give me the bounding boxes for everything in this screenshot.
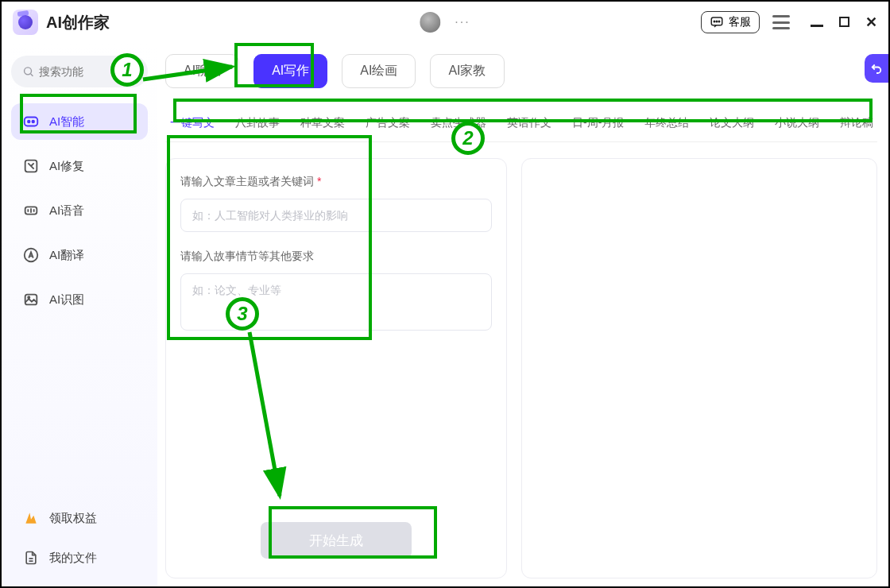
search-box[interactable] bbox=[11, 56, 148, 87]
menu-icon[interactable] bbox=[772, 15, 790, 29]
sidebar-item-label: AI语音 bbox=[49, 203, 84, 219]
svg-point-3 bbox=[718, 21, 720, 22]
file-icon bbox=[22, 550, 40, 566]
subtab-year-summary[interactable]: 年终总结 bbox=[644, 116, 689, 138]
translate-icon bbox=[22, 246, 40, 264]
titlebar: AI创作家 ··· 客服 ✕ bbox=[2, 2, 888, 43]
sidebar-item-ai-repair[interactable]: AI修复 bbox=[11, 148, 148, 184]
tab-ai-tutor[interactable]: AI家教 bbox=[430, 54, 504, 88]
tab-ai-writing[interactable]: AI写作 bbox=[253, 54, 327, 88]
subtab-gossip-story[interactable]: 八卦故事 bbox=[235, 116, 280, 138]
customer-service-label: 客服 bbox=[729, 15, 751, 29]
generate-button[interactable]: 开始生成 bbox=[261, 522, 412, 559]
input-form-panel: 请输入文章主题或者关键词 * 请输入故事情节等其他要求 开始生成 bbox=[165, 158, 507, 578]
sidebar-item-my-files[interactable]: 我的文件 bbox=[11, 542, 148, 574]
avatar[interactable] bbox=[420, 12, 440, 33]
svg-point-12 bbox=[28, 296, 29, 298]
sub-tab-row: 一键写文 八卦故事 种草文案 广告文案 卖点生成器 英语作文 日-周-月报 年终… bbox=[165, 112, 877, 142]
sidebar-item-label: AI翻译 bbox=[49, 248, 84, 263]
svg-point-7 bbox=[32, 121, 34, 123]
window-close-button[interactable]: ✕ bbox=[865, 14, 877, 31]
subtab-debate[interactable]: 辩论稿 bbox=[840, 116, 873, 138]
window-minimize-button[interactable] bbox=[811, 14, 823, 31]
benefit-icon bbox=[22, 510, 40, 526]
tab-ai-drawing[interactable]: AI绘画 bbox=[342, 54, 416, 88]
app-logo-icon bbox=[13, 10, 38, 35]
subtab-english-essay[interactable]: 英语作文 bbox=[507, 116, 551, 138]
extra-label: 请输入故事情节等其他要求 bbox=[180, 250, 492, 264]
undo-icon bbox=[869, 61, 884, 75]
svg-point-1 bbox=[714, 21, 715, 22]
sidebar-item-ai-translate[interactable]: AI翻译 bbox=[11, 237, 148, 273]
search-input[interactable] bbox=[39, 65, 137, 78]
chat-icon bbox=[710, 15, 724, 29]
sidebar-item-ai-image[interactable]: AI识图 bbox=[11, 281, 148, 318]
app-title: AI创作家 bbox=[46, 12, 110, 33]
history-back-button[interactable] bbox=[865, 54, 888, 83]
main: AI聊天 AI写作 AI绘画 AI家教 一键写文 八卦故事 种草文案 广告文案 … bbox=[157, 43, 888, 586]
svg-rect-5 bbox=[25, 118, 38, 126]
sidebar-item-ai-voice[interactable]: AI语音 bbox=[11, 192, 148, 229]
sidebar-item-label: 领取权益 bbox=[49, 511, 97, 526]
tab-ai-chat[interactable]: AI聊天 bbox=[165, 54, 239, 88]
topic-label: 请输入文章主题或者关键词 * bbox=[180, 175, 492, 189]
svg-point-2 bbox=[716, 21, 718, 22]
subtab-report[interactable]: 日-周-月报 bbox=[572, 116, 624, 138]
subtab-one-click[interactable]: 一键写文 bbox=[170, 116, 215, 138]
svg-point-4 bbox=[25, 68, 32, 75]
nav-list: AI智能 AI修复 AI语音 AI翻译 bbox=[11, 103, 148, 318]
sidebar-item-label: AI识图 bbox=[49, 292, 84, 308]
svg-point-6 bbox=[28, 121, 30, 123]
sidebar-item-label: AI智能 bbox=[49, 114, 84, 130]
subtab-ad-copy[interactable]: 广告文案 bbox=[366, 116, 410, 138]
voice-icon bbox=[22, 202, 40, 219]
sidebar-item-ai-smart[interactable]: AI智能 bbox=[11, 103, 148, 140]
more-icon[interactable]: ··· bbox=[455, 15, 470, 29]
window-maximize-button[interactable] bbox=[839, 14, 849, 31]
repair-icon bbox=[22, 157, 40, 175]
sidebar-item-label: 我的文件 bbox=[49, 551, 97, 566]
svg-rect-11 bbox=[25, 295, 37, 305]
sidebar-item-benefits[interactable]: 领取权益 bbox=[11, 502, 148, 534]
required-asterisk: * bbox=[317, 175, 321, 188]
subtab-planting-copy[interactable]: 种草文案 bbox=[300, 116, 345, 138]
image-icon bbox=[22, 291, 40, 308]
output-panel bbox=[521, 158, 877, 578]
sidebar-item-label: AI修复 bbox=[49, 159, 84, 174]
top-tab-row: AI聊天 AI写作 AI绘画 AI家教 bbox=[165, 54, 877, 88]
customer-service-button[interactable]: 客服 bbox=[701, 11, 760, 33]
subtab-novel-outline[interactable]: 小说大纲 bbox=[775, 116, 819, 138]
topic-input[interactable] bbox=[180, 199, 492, 232]
subtab-selling-point[interactable]: 卖点生成器 bbox=[431, 116, 486, 138]
subtab-thesis-outline[interactable]: 论文大纲 bbox=[710, 116, 754, 138]
sidebar: AI智能 AI修复 AI语音 AI翻译 bbox=[2, 43, 157, 586]
search-icon bbox=[22, 64, 34, 79]
extra-input[interactable] bbox=[180, 273, 492, 331]
topic-label-text: 请输入文章主题或者关键词 bbox=[180, 175, 314, 188]
ai-smart-icon bbox=[22, 113, 40, 130]
